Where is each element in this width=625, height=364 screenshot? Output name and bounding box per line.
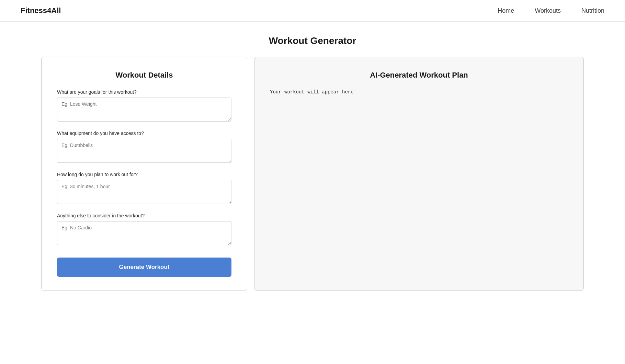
site-logo[interactable]: Fitness4All [21, 6, 61, 15]
duration-textarea[interactable] [57, 180, 231, 204]
extra-label: Anything else to consider in the workout… [57, 213, 231, 218]
nav-links: Home Workouts Nutrition [498, 7, 604, 14]
equipment-label: What equipment do you have access to? [57, 130, 231, 136]
workout-details-panel: Workout Details What are your goals for … [41, 57, 247, 291]
generate-workout-button[interactable]: Generate Workout [57, 258, 231, 277]
nav-link-home[interactable]: Home [498, 7, 514, 14]
equipment-textarea[interactable] [57, 139, 231, 163]
workout-placeholder-text: Your workout will appear here [270, 89, 568, 95]
nav-link-workouts[interactable]: Workouts [535, 7, 561, 14]
goals-textarea[interactable] [57, 98, 231, 122]
nav-link-nutrition[interactable]: Nutrition [581, 7, 604, 14]
duration-field-group: How long do you plan to work out for? [57, 172, 231, 205]
extra-textarea[interactable] [57, 221, 231, 245]
navigation: Fitness4All Home Workouts Nutrition [0, 0, 625, 22]
main-content: Workout Details What are your goals for … [41, 57, 584, 291]
page-title: Workout Generator [0, 35, 625, 46]
ai-workout-panel: AI-Generated Workout Plan Your workout w… [254, 57, 584, 291]
duration-label: How long do you plan to work out for? [57, 172, 231, 177]
goals-label: What are your goals for this workout? [57, 89, 231, 95]
right-panel-title: AI-Generated Workout Plan [270, 71, 568, 80]
left-panel-title: Workout Details [57, 71, 231, 80]
extra-field-group: Anything else to consider in the workout… [57, 213, 231, 247]
goals-field-group: What are your goals for this workout? [57, 89, 231, 123]
equipment-field-group: What equipment do you have access to? [57, 130, 231, 164]
